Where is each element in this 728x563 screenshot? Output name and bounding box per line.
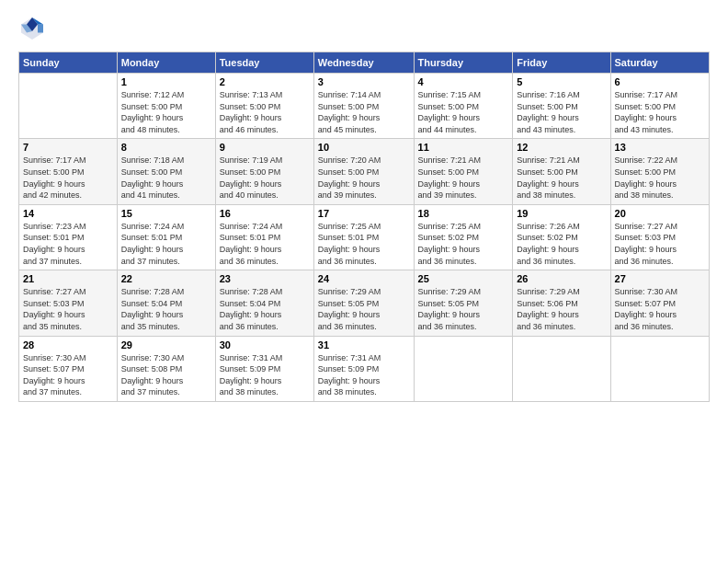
day-number: 1 — [121, 76, 211, 87]
day-number: 26 — [517, 273, 606, 284]
day-info: Sunrise: 7:15 AMSunset: 5:00 PMDaylight:… — [418, 89, 509, 135]
day-number: 30 — [220, 339, 310, 350]
day-info: Sunrise: 7:19 AMSunset: 5:00 PMDaylight:… — [220, 155, 310, 201]
day-number: 25 — [418, 273, 509, 284]
calendar-cell: 16Sunrise: 7:24 AMSunset: 5:01 PMDayligh… — [215, 204, 313, 270]
calendar-cell: 15Sunrise: 7:24 AMSunset: 5:01 PMDayligh… — [117, 204, 215, 270]
page: SundayMondayTuesdayWednesdayThursdayFrid… — [0, 0, 728, 563]
day-number: 10 — [318, 142, 410, 153]
day-info: Sunrise: 7:21 AMSunset: 5:00 PMDaylight:… — [418, 155, 509, 201]
logo-icon — [18, 15, 46, 42]
day-number: 9 — [220, 142, 310, 153]
calendar-cell: 17Sunrise: 7:25 AMSunset: 5:01 PMDayligh… — [313, 204, 414, 270]
calendar-cell: 6Sunrise: 7:17 AMSunset: 5:00 PMDaylight… — [610, 74, 709, 139]
col-header-tuesday: Tuesday — [215, 52, 313, 74]
day-number: 2 — [220, 76, 310, 87]
day-number: 11 — [418, 142, 509, 153]
day-number: 4 — [418, 76, 509, 87]
day-info: Sunrise: 7:14 AMSunset: 5:00 PMDaylight:… — [318, 89, 410, 135]
calendar-cell — [513, 336, 610, 401]
day-info: Sunrise: 7:29 AMSunset: 5:05 PMDaylight:… — [318, 286, 410, 332]
day-info: Sunrise: 7:17 AMSunset: 5:00 PMDaylight:… — [615, 89, 705, 135]
col-header-friday: Friday — [513, 52, 610, 74]
day-number: 8 — [121, 142, 211, 153]
calendar-cell: 9Sunrise: 7:19 AMSunset: 5:00 PMDaylight… — [215, 139, 313, 204]
calendar-cell: 8Sunrise: 7:18 AMSunset: 5:00 PMDaylight… — [117, 139, 215, 204]
day-info: Sunrise: 7:31 AMSunset: 5:09 PMDaylight:… — [220, 352, 310, 398]
calendar-cell — [610, 336, 709, 401]
day-info: Sunrise: 7:24 AMSunset: 5:01 PMDaylight:… — [121, 221, 211, 267]
day-number: 20 — [615, 208, 705, 219]
calendar-week-1: 1Sunrise: 7:12 AMSunset: 5:00 PMDaylight… — [19, 74, 710, 139]
calendar-cell: 7Sunrise: 7:17 AMSunset: 5:00 PMDaylight… — [19, 139, 118, 204]
day-number: 21 — [23, 273, 113, 284]
calendar-week-5: 28Sunrise: 7:30 AMSunset: 5:07 PMDayligh… — [19, 336, 710, 401]
calendar-cell: 24Sunrise: 7:29 AMSunset: 5:05 PMDayligh… — [313, 270, 414, 336]
calendar-week-4: 21Sunrise: 7:27 AMSunset: 5:03 PMDayligh… — [19, 270, 710, 336]
day-info: Sunrise: 7:22 AMSunset: 5:00 PMDaylight:… — [615, 155, 705, 201]
day-info: Sunrise: 7:28 AMSunset: 5:04 PMDaylight:… — [121, 286, 211, 332]
calendar-header-row: SundayMondayTuesdayWednesdayThursdayFrid… — [19, 52, 710, 74]
day-info: Sunrise: 7:20 AMSunset: 5:00 PMDaylight:… — [318, 155, 410, 201]
calendar-cell: 3Sunrise: 7:14 AMSunset: 5:00 PMDaylight… — [313, 74, 414, 139]
calendar-week-2: 7Sunrise: 7:17 AMSunset: 5:00 PMDaylight… — [19, 139, 710, 204]
calendar-cell: 14Sunrise: 7:23 AMSunset: 5:01 PMDayligh… — [19, 204, 118, 270]
day-number: 16 — [220, 208, 310, 219]
day-info: Sunrise: 7:12 AMSunset: 5:00 PMDaylight:… — [121, 89, 211, 135]
day-number: 24 — [318, 273, 410, 284]
day-info: Sunrise: 7:25 AMSunset: 5:02 PMDaylight:… — [418, 221, 509, 267]
day-info: Sunrise: 7:24 AMSunset: 5:01 PMDaylight:… — [220, 221, 310, 267]
calendar-cell: 12Sunrise: 7:21 AMSunset: 5:00 PMDayligh… — [513, 139, 610, 204]
calendar-table: SundayMondayTuesdayWednesdayThursdayFrid… — [18, 52, 710, 402]
day-number: 15 — [121, 208, 211, 219]
day-info: Sunrise: 7:29 AMSunset: 5:05 PMDaylight:… — [418, 286, 509, 332]
day-info: Sunrise: 7:21 AMSunset: 5:00 PMDaylight:… — [517, 155, 606, 201]
calendar-cell: 23Sunrise: 7:28 AMSunset: 5:04 PMDayligh… — [215, 270, 313, 336]
day-info: Sunrise: 7:27 AMSunset: 5:03 PMDaylight:… — [615, 221, 705, 267]
day-number: 31 — [318, 339, 410, 350]
day-info: Sunrise: 7:18 AMSunset: 5:00 PMDaylight:… — [121, 155, 211, 201]
day-number: 23 — [220, 273, 310, 284]
day-number: 13 — [615, 142, 705, 153]
day-number: 28 — [23, 339, 113, 350]
day-info: Sunrise: 7:30 AMSunset: 5:07 PMDaylight:… — [23, 352, 113, 398]
calendar-cell: 26Sunrise: 7:29 AMSunset: 5:06 PMDayligh… — [513, 270, 610, 336]
header — [18, 15, 710, 42]
col-header-monday: Monday — [117, 52, 215, 74]
calendar-cell: 27Sunrise: 7:30 AMSunset: 5:07 PMDayligh… — [610, 270, 709, 336]
calendar-cell: 25Sunrise: 7:29 AMSunset: 5:05 PMDayligh… — [414, 270, 513, 336]
day-number: 12 — [517, 142, 606, 153]
day-info: Sunrise: 7:23 AMSunset: 5:01 PMDaylight:… — [23, 221, 113, 267]
calendar-cell: 13Sunrise: 7:22 AMSunset: 5:00 PMDayligh… — [610, 139, 709, 204]
day-info: Sunrise: 7:27 AMSunset: 5:03 PMDaylight:… — [23, 286, 113, 332]
svg-marker-2 — [38, 25, 43, 33]
calendar-cell: 29Sunrise: 7:30 AMSunset: 5:08 PMDayligh… — [117, 336, 215, 401]
day-info: Sunrise: 7:26 AMSunset: 5:02 PMDaylight:… — [517, 221, 606, 267]
day-number: 27 — [615, 273, 705, 284]
calendar-cell: 28Sunrise: 7:30 AMSunset: 5:07 PMDayligh… — [19, 336, 118, 401]
day-info: Sunrise: 7:30 AMSunset: 5:07 PMDaylight:… — [615, 286, 705, 332]
day-number: 22 — [121, 273, 211, 284]
calendar-cell: 31Sunrise: 7:31 AMSunset: 5:09 PMDayligh… — [313, 336, 414, 401]
day-info: Sunrise: 7:17 AMSunset: 5:00 PMDaylight:… — [23, 155, 113, 201]
logo — [18, 15, 50, 42]
day-number: 3 — [318, 76, 410, 87]
day-number: 7 — [23, 142, 113, 153]
day-number: 5 — [517, 76, 606, 87]
calendar-cell: 5Sunrise: 7:16 AMSunset: 5:00 PMDaylight… — [513, 74, 610, 139]
calendar-cell: 20Sunrise: 7:27 AMSunset: 5:03 PMDayligh… — [610, 204, 709, 270]
calendar-week-3: 14Sunrise: 7:23 AMSunset: 5:01 PMDayligh… — [19, 204, 710, 270]
day-number: 18 — [418, 208, 509, 219]
day-info: Sunrise: 7:30 AMSunset: 5:08 PMDaylight:… — [121, 352, 211, 398]
day-info: Sunrise: 7:25 AMSunset: 5:01 PMDaylight:… — [318, 221, 410, 267]
calendar-cell: 21Sunrise: 7:27 AMSunset: 5:03 PMDayligh… — [19, 270, 118, 336]
calendar-cell — [414, 336, 513, 401]
calendar-cell: 2Sunrise: 7:13 AMSunset: 5:00 PMDaylight… — [215, 74, 313, 139]
day-number: 19 — [517, 208, 606, 219]
day-info: Sunrise: 7:31 AMSunset: 5:09 PMDaylight:… — [318, 352, 410, 398]
calendar-cell: 4Sunrise: 7:15 AMSunset: 5:00 PMDaylight… — [414, 74, 513, 139]
day-info: Sunrise: 7:13 AMSunset: 5:00 PMDaylight:… — [220, 89, 310, 135]
calendar-cell: 10Sunrise: 7:20 AMSunset: 5:00 PMDayligh… — [313, 139, 414, 204]
calendar-cell: 18Sunrise: 7:25 AMSunset: 5:02 PMDayligh… — [414, 204, 513, 270]
day-number: 6 — [615, 76, 705, 87]
